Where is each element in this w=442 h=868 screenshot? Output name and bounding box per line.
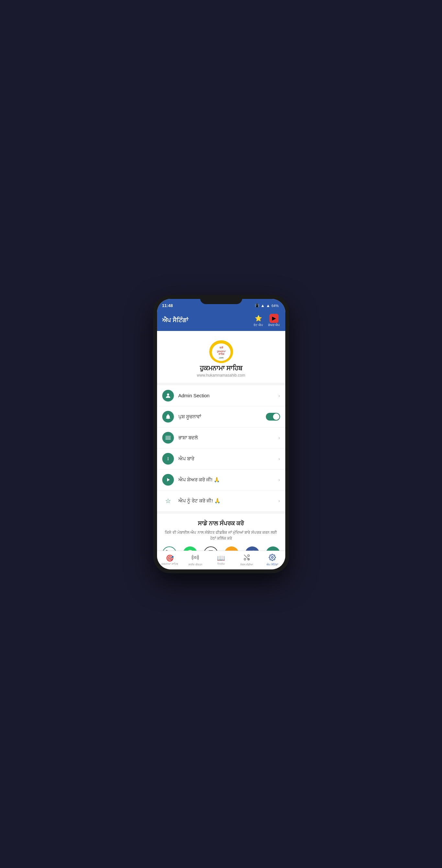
social-nav-icon — [243, 554, 250, 563]
about-arrow: › — [278, 456, 280, 461]
settings-nav-icon — [269, 554, 276, 563]
rate-star-icon: ☆ — [162, 495, 174, 507]
admin-arrow: › — [278, 393, 280, 398]
language-item[interactable]: ਭਾਸ਼ਾ ਬਦਲੋ › — [157, 427, 285, 448]
share-label: ਸ਼ੇਅਰ ਐਪ — [268, 323, 280, 327]
phone-screen: 11:48 📳 ▲ ▲ 64% ਐਪ ਸੈਟਿੰਗਾਂ ⭐ ਰੇਟ ਐਪ ▶ ਸ… — [157, 299, 285, 569]
instagram-icon-1[interactable] — [204, 547, 218, 551]
bottom-nav: 🎯 ਹੁਕਮਨਾਮਾ ਸਾਹਿਬ ਲਾਈਵ ਕੀਰਤਨ 📖 ਨ — [157, 551, 285, 569]
hukamnama-nav-label: ਹੁਕਮਨਾਮਾ ਸਾਹਿਬ — [161, 563, 178, 566]
svg-line-29 — [244, 555, 249, 560]
wifi-icon: ▲ — [261, 303, 265, 308]
phone-frame: 11:48 📳 ▲ ▲ 64% ਐਪ ਸੈਟਿੰਗਾਂ ⭐ ਰੇਟ ਐਪ ▶ ਸ… — [153, 295, 289, 573]
menu-section: Admin Section › ਪੁਸ਼ ਸੂਚਨਾਵਾਂ — [157, 385, 285, 511]
rate-label-menu: ਐਪ ਨੂੰ ਰੇਟ ਕਰੋ ਜੀ! 🙏 — [178, 498, 278, 504]
app-info-section: ਸ੍ਰੀ ਹੁਕਮਨਾਮਾ ਸਾਹਿਬ .com ਹੁਕਮਨਾਮਾ ਸਾਹਿਬ … — [157, 331, 285, 383]
svg-rect-8 — [166, 437, 171, 437]
contact-icons-1: 📞 ✉ — [162, 547, 280, 551]
header-title: ਐਪ ਸੈਟਿੰਗਾਂ — [162, 317, 188, 324]
svg-text:.com: .com — [218, 356, 224, 359]
share-icon: ▶ — [269, 314, 278, 323]
app-name: ਹੁਕਮਨਾਮਾ ਸਾਹਿਬ — [200, 365, 242, 372]
nav-nitnem[interactable]: 📖 ਨਿਤਨੇਮ — [208, 551, 234, 569]
bell-icon — [162, 411, 174, 423]
nitnem-nav-label: ਨਿਤਨੇਮ — [217, 563, 225, 566]
app-header: ਐਪ ਸੈਟਿੰਗਾਂ ⭐ ਰੇਟ ਐਪ ▶ ਸ਼ੇਅਰ ਐਪ — [157, 311, 285, 331]
phone-icon-1[interactable]: 📞 — [162, 547, 176, 551]
status-time: 11:48 — [162, 303, 173, 308]
svg-point-31 — [244, 558, 246, 560]
app-website: www.hukamnamasahib.com — [197, 373, 245, 377]
notch — [200, 295, 242, 304]
nav-live-kirtan[interactable]: ਲਾਈਵ ਕੀਰਤਨ — [183, 551, 208, 569]
push-label: ਪੁਸ਼ ਸੂਚਨਾਵਾਂ — [178, 414, 266, 420]
nav-hukamnama[interactable]: 🎯 ਹੁਕਮਨਾਮਾ ਸਾਹਿਬ — [157, 551, 183, 569]
svg-rect-12 — [168, 458, 168, 460]
live-kirtan-nav-icon — [192, 554, 199, 563]
svg-text:ਸਾਹਿਬ: ਸਾਹਿਬ — [218, 353, 224, 355]
main-content: ਸ੍ਰੀ ਹੁਕਮਨਾਮਾ ਸਾਹਿਬ .com ਹੁਕਮਨਾਮਾ ਸਾਹਿਬ … — [157, 331, 285, 551]
contact-section: ਸਾਡੇ ਨਾਲ ਸੰਪਰਕ ਕਰੋ ਕਿਸੇ ਵੀ ਮੇਬਾਈਲ ਐਪ ਨਾਲ… — [157, 514, 285, 551]
rate-item[interactable]: ☆ ਐਪ ਨੂੰ ਰੇਟ ਕਰੋ ਜੀ! 🙏 › — [157, 491, 285, 511]
share-app-label: ਐਪ ਸ਼ੇਅਰ ਕਰੋ ਜੀ! 🙏 — [178, 477, 278, 483]
contact-title: ਸਾਡੇ ਨਾਲ ਸੰਪਰਕ ਕਰੋ — [162, 520, 280, 527]
settings-nav-label: ਐਪ ਸੈਟਿੰਗਾਂ — [266, 563, 278, 566]
battery-text: 64% — [271, 304, 278, 308]
push-toggle[interactable] — [266, 413, 280, 421]
svg-point-6 — [167, 394, 169, 396]
nav-social[interactable]: ਸੋਸ਼ਲ ਮੀਡੀਆ — [234, 551, 259, 569]
nitnem-nav-icon: 📖 — [217, 554, 225, 562]
push-notifications-item[interactable]: ਪੁਸ਼ ਸੂਚਨਾਵਾਂ — [157, 406, 285, 427]
svg-rect-7 — [166, 436, 171, 436]
svg-text:ਸ੍ਰੀ: ਸ੍ਰੀ — [219, 346, 223, 349]
email-icon-1[interactable]: ✉ — [225, 547, 239, 551]
hukamnama-nav-icon: 🎯 — [166, 554, 174, 562]
lang-label: ਭਾਸ਼ਾ ਬਦਲੋ — [178, 435, 278, 441]
share-app-icon — [162, 474, 174, 486]
facebook-icon-1[interactable] — [245, 547, 259, 551]
contact-desc1: ਕਿਸੇ ਵੀ ਮੇਬਾਈਲ ਐਪ ਨਾਲ ਸੰਬੰਧਤ ਫੀਡਬੈਕ ਜਾਂ … — [162, 530, 280, 541]
svg-point-13 — [168, 457, 168, 458]
user-icon — [162, 390, 174, 402]
admin-section-item[interactable]: Admin Section › — [157, 385, 285, 406]
share-app-button[interactable]: ▶ ਸ਼ੇਅਰ ਐਪ — [268, 314, 280, 327]
status-icons: 📳 ▲ ▲ 64% — [255, 303, 279, 308]
website-icon-1[interactable] — [266, 547, 280, 551]
signal-icon: ▲ — [266, 303, 270, 308]
svg-point-30 — [247, 555, 249, 556]
about-item[interactable]: ਐਪ ਬਾਰੇ › — [157, 448, 285, 469]
rate-label: ਰੇਟ ਐਪ — [254, 323, 263, 327]
whatsapp-icon-1[interactable] — [183, 547, 197, 551]
svg-rect-10 — [166, 439, 171, 439]
svg-point-28 — [195, 556, 197, 558]
app-logo: ਸ੍ਰੀ ਹੁਕਮਨਾਮਾ ਸਾਹਿਬ .com — [208, 339, 234, 365]
rate-app-button[interactable]: ⭐ ਰੇਟ ਐਪ — [254, 314, 263, 327]
about-label: ਐਪ ਬਾਰੇ — [178, 456, 278, 462]
share-app-arrow: › — [278, 477, 280, 483]
star-icon: ⭐ — [254, 314, 263, 323]
svg-rect-9 — [166, 438, 171, 438]
header-actions: ⭐ ਰੇਟ ਐਪ ▶ ਸ਼ੇਅਰ ਐਪ — [254, 314, 280, 327]
lang-icon — [162, 432, 174, 443]
social-nav-label: ਸੋਸ਼ਲ ਮੀਡੀਆ — [240, 563, 253, 566]
share-item[interactable]: ਐਪ ਸ਼ੇਅਰ ਕਰੋ ਜੀ! 🙏 › — [157, 469, 285, 491]
live-kirtan-nav-label: ਲਾਈਵ ਕੀਰਤਨ — [188, 563, 202, 566]
nav-settings[interactable]: ਐਪ ਸੈਟਿੰਗਾਂ — [259, 551, 285, 569]
info-icon — [162, 453, 174, 465]
svg-point-33 — [271, 556, 273, 558]
svg-text:ਹੁਕਮਨਾਮਾ: ਹੁਕਮਨਾਮਾ — [216, 350, 226, 353]
admin-label: Admin Section — [178, 393, 278, 398]
rate-arrow: › — [278, 498, 280, 503]
vibrate-icon: 📳 — [255, 304, 259, 308]
lang-arrow: › — [278, 435, 280, 440]
